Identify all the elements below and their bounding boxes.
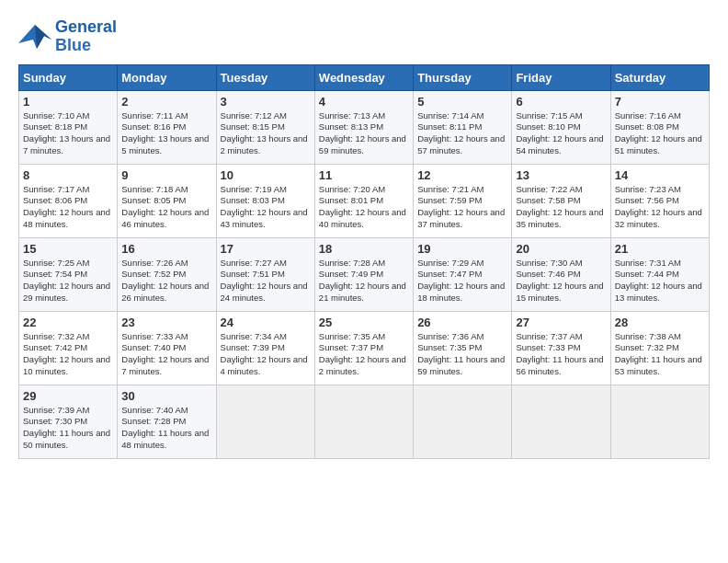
day-number: 24: [221, 316, 311, 329]
calendar-cell: 27Sunrise: 7:37 AMSunset: 7:33 PMDayligh…: [512, 311, 610, 385]
day-number: 19: [417, 242, 507, 256]
calendar-table: SundayMondayTuesdayWednesdayThursdayFrid…: [18, 64, 710, 459]
day-number: 12: [417, 168, 507, 182]
cell-info: Sunrise: 7:13 AMSunset: 8:13 PMDaylight:…: [319, 110, 409, 157]
cell-info: Sunrise: 7:33 AMSunset: 7:40 PMDaylight:…: [121, 331, 211, 378]
day-number: 23: [121, 316, 211, 329]
calendar-cell: 25Sunrise: 7:35 AMSunset: 7:37 PMDayligh…: [314, 311, 413, 385]
calendar-cell: [314, 385, 413, 458]
calendar-week-row: 1Sunrise: 7:10 AMSunset: 8:18 PMDaylight…: [19, 90, 710, 164]
calendar-cell: 2Sunrise: 7:11 AMSunset: 8:16 PMDaylight…: [118, 90, 216, 164]
svg-marker-1: [35, 25, 51, 49]
calendar-cell: 17Sunrise: 7:27 AMSunset: 7:51 PMDayligh…: [216, 237, 314, 311]
cell-info: Sunrise: 7:30 AMSunset: 7:46 PMDaylight:…: [516, 258, 606, 304]
calendar-week-row: 8Sunrise: 7:17 AMSunset: 8:06 PMDaylight…: [19, 164, 710, 237]
day-number: 9: [121, 168, 211, 182]
cell-info: Sunrise: 7:21 AMSunset: 7:59 PMDaylight:…: [417, 184, 507, 231]
calendar-cell: 24Sunrise: 7:34 AMSunset: 7:39 PMDayligh…: [216, 311, 314, 385]
header-wednesday: Wednesday: [314, 64, 413, 90]
day-number: 27: [516, 316, 606, 329]
logo-text: General Blue: [55, 18, 117, 55]
cell-info: Sunrise: 7:23 AMSunset: 7:56 PMDaylight:…: [615, 184, 705, 231]
day-number: 8: [23, 168, 113, 182]
calendar-cell: 21Sunrise: 7:31 AMSunset: 7:44 PMDayligh…: [610, 237, 709, 311]
calendar-cell: 19Sunrise: 7:29 AMSunset: 7:47 PMDayligh…: [414, 237, 512, 311]
calendar-cell: [610, 385, 709, 458]
cell-info: Sunrise: 7:28 AMSunset: 7:49 PMDaylight:…: [319, 258, 409, 304]
day-number: 25: [319, 316, 409, 329]
logo-icon: [18, 23, 51, 51]
cell-info: Sunrise: 7:25 AMSunset: 7:54 PMDaylight:…: [23, 258, 113, 304]
calendar-cell: 9Sunrise: 7:18 AMSunset: 8:05 PMDaylight…: [118, 164, 216, 237]
page-header: General Blue: [18, 18, 710, 55]
calendar-cell: 3Sunrise: 7:12 AMSunset: 8:15 PMDaylight…: [216, 90, 314, 164]
cell-info: Sunrise: 7:10 AMSunset: 8:18 PMDaylight:…: [23, 110, 113, 157]
day-number: 14: [615, 168, 705, 182]
day-number: 13: [516, 168, 606, 182]
header-sunday: Sunday: [19, 64, 118, 90]
cell-info: Sunrise: 7:26 AMSunset: 7:52 PMDaylight:…: [121, 258, 211, 304]
calendar-cell: [216, 385, 314, 458]
calendar-cell: 1Sunrise: 7:10 AMSunset: 8:18 PMDaylight…: [19, 90, 118, 164]
cell-info: Sunrise: 7:12 AMSunset: 8:15 PMDaylight:…: [221, 110, 311, 157]
calendar-cell: 28Sunrise: 7:38 AMSunset: 7:32 PMDayligh…: [610, 311, 709, 385]
calendar-cell: 18Sunrise: 7:28 AMSunset: 7:49 PMDayligh…: [314, 237, 413, 311]
cell-info: Sunrise: 7:17 AMSunset: 8:06 PMDaylight:…: [23, 184, 113, 231]
day-number: 4: [319, 95, 409, 109]
cell-info: Sunrise: 7:36 AMSunset: 7:35 PMDaylight:…: [417, 331, 507, 378]
calendar-week-row: 22Sunrise: 7:32 AMSunset: 7:42 PMDayligh…: [19, 311, 710, 385]
day-number: 5: [417, 95, 507, 109]
cell-info: Sunrise: 7:39 AMSunset: 7:30 PMDaylight:…: [23, 405, 113, 452]
day-number: 29: [23, 389, 113, 403]
calendar-cell: 22Sunrise: 7:32 AMSunset: 7:42 PMDayligh…: [19, 311, 118, 385]
calendar-cell: [414, 385, 512, 458]
header-saturday: Saturday: [610, 64, 709, 90]
day-number: 2: [121, 95, 211, 109]
calendar-cell: 12Sunrise: 7:21 AMSunset: 7:59 PMDayligh…: [414, 164, 512, 237]
calendar-cell: 23Sunrise: 7:33 AMSunset: 7:40 PMDayligh…: [118, 311, 216, 385]
calendar-header-row: SundayMondayTuesdayWednesdayThursdayFrid…: [19, 64, 710, 90]
calendar-cell: 13Sunrise: 7:22 AMSunset: 7:58 PMDayligh…: [512, 164, 610, 237]
calendar-cell: 8Sunrise: 7:17 AMSunset: 8:06 PMDaylight…: [19, 164, 118, 237]
cell-info: Sunrise: 7:20 AMSunset: 8:01 PMDaylight:…: [319, 184, 409, 231]
calendar-week-row: 29Sunrise: 7:39 AMSunset: 7:30 PMDayligh…: [19, 385, 710, 458]
header-thursday: Thursday: [414, 64, 512, 90]
calendar-cell: 30Sunrise: 7:40 AMSunset: 7:28 PMDayligh…: [118, 385, 216, 458]
calendar-cell: 26Sunrise: 7:36 AMSunset: 7:35 PMDayligh…: [414, 311, 512, 385]
cell-info: Sunrise: 7:38 AMSunset: 7:32 PMDaylight:…: [615, 331, 705, 378]
cell-info: Sunrise: 7:29 AMSunset: 7:47 PMDaylight:…: [417, 258, 507, 304]
cell-info: Sunrise: 7:34 AMSunset: 7:39 PMDaylight:…: [221, 331, 311, 378]
calendar-cell: 11Sunrise: 7:20 AMSunset: 8:01 PMDayligh…: [314, 164, 413, 237]
header-friday: Friday: [512, 64, 610, 90]
day-number: 28: [615, 316, 705, 329]
header-monday: Monday: [118, 64, 216, 90]
calendar-cell: 5Sunrise: 7:14 AMSunset: 8:11 PMDaylight…: [414, 90, 512, 164]
day-number: 22: [23, 316, 113, 329]
day-number: 18: [319, 242, 409, 256]
cell-info: Sunrise: 7:19 AMSunset: 8:03 PMDaylight:…: [221, 184, 311, 231]
day-number: 6: [516, 95, 606, 109]
calendar-cell: [512, 385, 610, 458]
day-number: 20: [516, 242, 606, 256]
day-number: 3: [221, 95, 311, 109]
cell-info: Sunrise: 7:35 AMSunset: 7:37 PMDaylight:…: [319, 331, 409, 378]
calendar-cell: 10Sunrise: 7:19 AMSunset: 8:03 PMDayligh…: [216, 164, 314, 237]
calendar-cell: 20Sunrise: 7:30 AMSunset: 7:46 PMDayligh…: [512, 237, 610, 311]
calendar-cell: 14Sunrise: 7:23 AMSunset: 7:56 PMDayligh…: [610, 164, 709, 237]
day-number: 1: [23, 95, 113, 109]
calendar-cell: 6Sunrise: 7:15 AMSunset: 8:10 PMDaylight…: [512, 90, 610, 164]
cell-info: Sunrise: 7:40 AMSunset: 7:28 PMDaylight:…: [121, 405, 211, 452]
logo: General Blue: [18, 18, 117, 55]
calendar-cell: 29Sunrise: 7:39 AMSunset: 7:30 PMDayligh…: [19, 385, 118, 458]
day-number: 15: [23, 242, 113, 256]
cell-info: Sunrise: 7:11 AMSunset: 8:16 PMDaylight:…: [121, 110, 211, 157]
day-number: 26: [417, 316, 507, 329]
calendar-cell: 15Sunrise: 7:25 AMSunset: 7:54 PMDayligh…: [19, 237, 118, 311]
day-number: 17: [221, 242, 311, 256]
calendar-cell: 4Sunrise: 7:13 AMSunset: 8:13 PMDaylight…: [314, 90, 413, 164]
cell-info: Sunrise: 7:18 AMSunset: 8:05 PMDaylight:…: [121, 184, 211, 231]
calendar-week-row: 15Sunrise: 7:25 AMSunset: 7:54 PMDayligh…: [19, 237, 710, 311]
cell-info: Sunrise: 7:14 AMSunset: 8:11 PMDaylight:…: [417, 110, 507, 157]
cell-info: Sunrise: 7:22 AMSunset: 7:58 PMDaylight:…: [516, 184, 606, 231]
header-tuesday: Tuesday: [216, 64, 314, 90]
